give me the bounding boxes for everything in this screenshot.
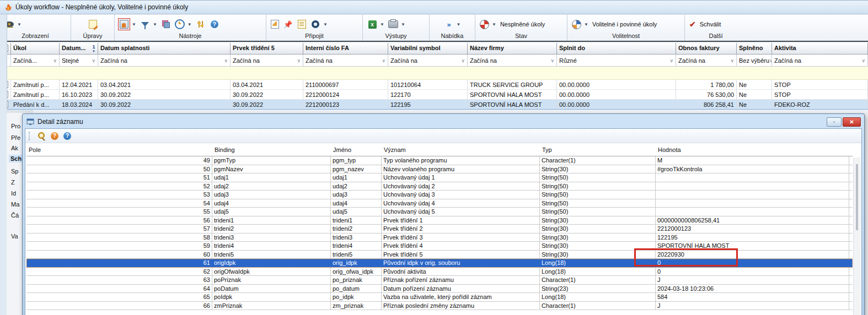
chevron-down-icon[interactable]: ▼: [153, 22, 157, 27]
double-chevron-icon[interactable]: »: [444, 19, 454, 29]
column-header-interni-cislo-fa[interactable]: Interní číslo FA: [303, 43, 388, 54]
volitelnost-button[interactable]: Volitelné i povinné úkoly: [592, 21, 657, 28]
table-row[interactable]: 57 trideni2 trideni2 Prvek třídění 2 Str…: [26, 225, 853, 233]
col-header-hodnota[interactable]: Hodnota: [656, 146, 849, 153]
edit-note-icon[interactable]: [89, 20, 97, 29]
excel-icon[interactable]: x: [367, 19, 377, 29]
help-blue-icon[interactable]: ?: [63, 132, 71, 140]
chevron-down-icon[interactable]: ▼: [584, 22, 588, 27]
filter-dropdown-ukol[interactable]: Začíná...∨: [11, 55, 60, 67]
filter-dropdown-obnos-faktury[interactable]: Začíná na∨: [676, 55, 737, 67]
chevron-down-icon[interactable]: ▼: [457, 22, 461, 27]
filter-dropdown-splneno[interactable]: Bez výběru∨: [737, 55, 772, 67]
column-header-splnit-do[interactable]: Splnit do: [557, 43, 676, 54]
optional-pie-icon[interactable]: [572, 20, 581, 29]
table-row[interactable]: 52 udaj2 udaj2 Uchovávaný údaj 2 String(…: [26, 182, 853, 191]
stav-button[interactable]: Nesplněné úkoly: [500, 21, 545, 28]
col-header-jmeno[interactable]: Jméno: [331, 146, 382, 153]
pushpin-icon[interactable]: 📌: [283, 19, 293, 29]
col-header-binding[interactable]: Binding: [212, 146, 331, 153]
column-header-nazev-firmy[interactable]: Název firmy: [468, 43, 557, 54]
cell-jmeno: po_priznak: [331, 276, 382, 284]
column-header-splneno[interactable]: Splněno: [737, 43, 772, 54]
task-list-icon[interactable]: [119, 19, 129, 29]
schvalit-button[interactable]: Schválit: [700, 21, 721, 28]
copy-icon[interactable]: [161, 19, 171, 29]
cell-binding: zmPriznak: [212, 302, 331, 310]
cell-jmeno: udaj4: [331, 199, 382, 208]
table-row[interactable]: 63 poPriznak po_priznak Příznak pořízení…: [26, 276, 853, 285]
chevron-down-icon[interactable]: ▼: [323, 22, 328, 27]
table-row[interactable]: 58 trideni3 trideni3 Prvek třídění 3 Str…: [26, 233, 853, 242]
cell-hodnota: 2024-03-18 10:23:06: [656, 285, 849, 293]
table-row[interactable]: Zamítnutí p... 16.10.2023 30.09.2022 30.…: [0, 90, 868, 100]
scrollbar-thumb[interactable]: [856, 164, 858, 230]
column-header-prvek-trideni-5[interactable]: Prvek třídění 5: [231, 43, 303, 54]
panel-label[interactable]: Pře: [11, 134, 20, 141]
cell-datum: 18.03.2024: [60, 100, 98, 109]
table-row[interactable]: 56 trideni1 trideni1 Prvek třídění 1 Str…: [26, 216, 853, 225]
table-row[interactable]: 53 udaj3 udaj3 Uchovávaný údaj 3 String(…: [26, 191, 853, 199]
column-header-aktivita[interactable]: Aktivita: [772, 43, 868, 54]
table-row[interactable]: 50 pgmNazev pgm_nazev Název volaného pro…: [26, 165, 853, 174]
column-header-variabilni-symbol[interactable]: Variabilní symbol: [388, 43, 468, 54]
column-header-ukol[interactable]: Úkol: [11, 43, 60, 54]
col-header-pole[interactable]: Pole: [26, 146, 212, 153]
col-header-typ[interactable]: Typ: [540, 146, 656, 153]
table-row[interactable]: 66 zmPriznak zm_priznak Příznak poslední…: [26, 302, 853, 311]
filter-dropdown-datum-splatnosti[interactable]: Začíná na∨: [98, 55, 231, 67]
chevron-down-icon[interactable]: ▼: [492, 22, 496, 27]
cell-aktivita: FDEKO-ROZ: [772, 100, 868, 109]
clock-icon[interactable]: [175, 19, 185, 29]
filter-dropdown-splnit-do[interactable]: Různé∨: [557, 55, 676, 67]
cell-jmeno: zm_priznak: [331, 302, 382, 310]
cell-aktivita: STOP: [772, 80, 868, 89]
table-row[interactable]: 64 poDatum po_datum Datum pořízení zázna…: [26, 285, 853, 294]
column-header-obnos-faktury[interactable]: Obnos faktury: [676, 43, 737, 54]
table-row[interactable]: 51 udaj1 udaj1 Uchovávaný údaj 1 String(…: [26, 173, 853, 182]
filter-dropdown-aktivita[interactable]: Začíná na∨: [772, 55, 868, 67]
col-header-vyznam[interactable]: Význam: [382, 146, 540, 153]
cell-vyznam: Uchovávaný údaj 4: [382, 199, 540, 208]
chevron-down-icon[interactable]: ▼: [132, 22, 136, 27]
filter-dropdown-prvek-trideni-5[interactable]: Začíná na∨: [231, 55, 303, 67]
search-icon[interactable]: [37, 132, 46, 140]
table-row[interactable]: 49 pgmTyp pgm_typ Typ volaného programu …: [26, 156, 853, 165]
red-checkmark-icon[interactable]: ✔: [689, 20, 696, 29]
cell-interni-cislo-fa: 2212000123: [303, 100, 388, 109]
restore-button[interactable]: ▫: [827, 117, 842, 127]
table-row[interactable]: 54 udaj4 udaj4 Uchovávaný údaj 4 String(…: [26, 199, 853, 208]
table-row[interactable]: 65 poIdpk po_idpk Vazba na uživatele, kt…: [26, 293, 853, 302]
checklist-icon[interactable]: [297, 19, 307, 29]
chevron-down-icon[interactable]: ▼: [187, 22, 192, 27]
table-row[interactable]: 62 origOfwaIdpk orig_ofwa_idpk Původní a…: [26, 268, 853, 276]
table-row[interactable]: 55 udaj5 udaj5 Uchovávaný údaj 5 String(…: [26, 208, 853, 216]
filter-dropdown-datum[interactable]: Stejné∨: [60, 55, 98, 67]
chevron-down-icon[interactable]: ▼: [380, 22, 384, 27]
vertical-scrollbar[interactable]: [853, 158, 861, 315]
filter-dropdown-nazev-firmy[interactable]: Začíná na∨: [468, 55, 557, 67]
sliders-icon[interactable]: [196, 19, 206, 29]
table-row[interactable]: Předání k d... 18.03.2024 30.09.2022 30.…: [0, 100, 868, 110]
filter-dropdown-interni-cislo-fa[interactable]: Začíná na∨: [303, 55, 388, 67]
filter-dropdown-variabilni-symbol[interactable]: Začíná na∨: [388, 55, 468, 67]
disc-icon[interactable]: [310, 19, 320, 29]
panel-label[interactable]: Ak: [11, 145, 18, 151]
chevron-down-icon[interactable]: ▼: [401, 22, 405, 27]
help-icon[interactable]: ?: [210, 19, 219, 29]
note-pencil-icon[interactable]: [271, 20, 279, 29]
cell-jmeno: trideni4: [331, 242, 382, 250]
close-button[interactable]: ✕: [843, 117, 861, 127]
cell-typ: Character(1): [540, 276, 656, 284]
filter-funnel-icon[interactable]: [140, 19, 150, 29]
table-row[interactable]: Zamítnutí p... 12.04.2021 03.04.2021 03.…: [0, 80, 868, 90]
help-orange-icon[interactable]: ?: [51, 132, 58, 140]
printer-icon[interactable]: [388, 19, 398, 29]
chevron-down-icon[interactable]: ▼: [17, 22, 22, 27]
status-pie-icon[interactable]: [480, 20, 489, 29]
panel-label-selected[interactable]: Sch: [9, 155, 23, 162]
column-header-datum-splatnosti[interactable]: Datum splatnosti: [98, 43, 231, 54]
cell-binding: trideni4: [212, 242, 331, 250]
panel-label[interactable]: Pro: [11, 123, 20, 129]
column-header-datum[interactable]: Datum... 1▼: [60, 43, 98, 54]
